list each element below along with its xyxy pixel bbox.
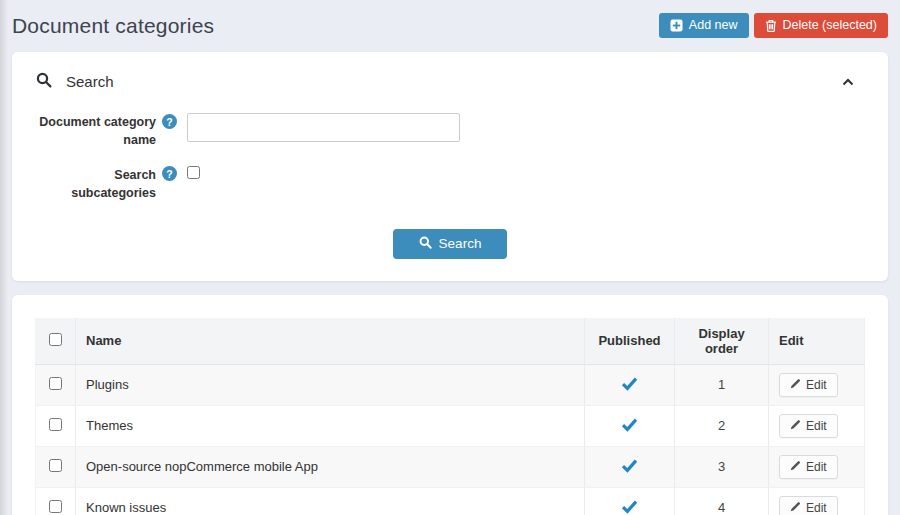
row-published-cell xyxy=(585,446,675,487)
add-new-button[interactable]: Add new xyxy=(659,13,749,38)
pencil-icon xyxy=(790,378,801,392)
row-published-cell xyxy=(585,487,675,515)
published-check-icon xyxy=(621,376,638,394)
delete-selected-label: Delete (selected) xyxy=(783,19,878,32)
search-icon xyxy=(36,72,52,92)
row-select-cell xyxy=(36,487,76,515)
row-edit-cell: Edit xyxy=(769,487,865,515)
edit-button-label: Edit xyxy=(806,378,827,392)
add-new-label: Add new xyxy=(689,19,738,32)
table-row: Open-source nopCommerce mobile App 3 Edi… xyxy=(36,446,865,487)
table-row: Themes 2 Edit xyxy=(36,405,865,446)
row-display-order-cell: 1 xyxy=(675,364,769,405)
column-header-display-order: Display order xyxy=(675,318,769,365)
category-name: Plugins xyxy=(86,377,129,392)
document-categories-table: Name Published Display order Edit Plugin… xyxy=(35,318,865,515)
table-body: Plugins 1 Edit Themes 2 xyxy=(36,364,865,515)
search-subcategories-label: Search subcategories xyxy=(36,165,156,202)
edit-button-label: Edit xyxy=(806,460,827,474)
row-select-cell xyxy=(36,364,76,405)
category-name: Themes xyxy=(86,418,133,433)
collapse-panel-button[interactable] xyxy=(832,70,864,93)
edit-button[interactable]: Edit xyxy=(779,496,838,515)
search-button-label: Search xyxy=(439,236,482,251)
document-category-name-input[interactable] xyxy=(187,113,460,142)
row-edit-cell: Edit xyxy=(769,405,865,446)
published-check-icon xyxy=(621,499,638,515)
column-header-published: Published xyxy=(585,318,675,365)
category-name: Known issues xyxy=(86,500,166,515)
table-header-row: Name Published Display order Edit xyxy=(36,318,865,365)
row-display-order-cell: 3 xyxy=(675,446,769,487)
search-button[interactable]: Search xyxy=(393,229,508,259)
published-check-icon xyxy=(621,417,638,435)
row-edit-cell: Edit xyxy=(769,364,865,405)
pencil-icon xyxy=(790,501,801,515)
document-category-name-label: Document category name xyxy=(36,113,156,149)
edit-button-label: Edit xyxy=(806,501,827,515)
column-header-edit: Edit xyxy=(769,318,865,365)
edit-button[interactable]: Edit xyxy=(779,455,838,479)
delete-selected-button[interactable]: Delete (selected) xyxy=(754,13,889,38)
help-icon[interactable]: ? xyxy=(162,166,177,181)
table-row: Known issues 4 Edit xyxy=(36,487,865,515)
row-checkbox[interactable] xyxy=(49,418,62,431)
category-name: Open-source nopCommerce mobile App xyxy=(86,459,318,474)
header-buttons: Add new Delete (selected) xyxy=(659,13,888,38)
search-subcategories-row: Search subcategories ? xyxy=(36,165,864,202)
row-checkbox[interactable] xyxy=(49,500,62,513)
row-name-cell: Open-source nopCommerce mobile App xyxy=(76,446,585,487)
pencil-icon xyxy=(790,460,801,474)
column-header-name: Name xyxy=(76,318,585,365)
edit-button-label: Edit xyxy=(806,419,827,433)
select-all-cell xyxy=(36,318,76,365)
trash-icon xyxy=(765,19,777,32)
page-title: Document categories xyxy=(12,14,214,38)
search-icon xyxy=(419,236,432,252)
search-subcategories-checkbox[interactable] xyxy=(187,166,200,179)
row-edit-cell: Edit xyxy=(769,446,865,487)
select-all-checkbox[interactable] xyxy=(49,333,62,346)
search-panel: Search Document category name ? Search s… xyxy=(12,52,888,281)
row-checkbox[interactable] xyxy=(49,377,62,390)
row-display-order-cell: 2 xyxy=(675,405,769,446)
edit-button[interactable]: Edit xyxy=(779,373,838,397)
row-name-cell: Plugins xyxy=(76,364,585,405)
edit-button[interactable]: Edit xyxy=(779,414,838,438)
pencil-icon xyxy=(790,419,801,433)
search-panel-title: Search xyxy=(66,73,114,90)
table-row: Plugins 1 Edit xyxy=(36,364,865,405)
chevron-up-icon xyxy=(842,74,854,89)
row-name-cell: Known issues xyxy=(76,487,585,515)
document-category-name-row: Document category name ? xyxy=(36,113,864,149)
published-check-icon xyxy=(621,458,638,476)
plus-square-icon xyxy=(670,19,683,32)
row-checkbox[interactable] xyxy=(49,459,62,472)
help-icon[interactable]: ? xyxy=(162,114,177,129)
row-published-cell xyxy=(585,405,675,446)
row-select-cell xyxy=(36,446,76,487)
row-display-order-cell: 4 xyxy=(675,487,769,515)
row-published-cell xyxy=(585,364,675,405)
row-select-cell xyxy=(36,405,76,446)
content-header: Document categories Add new Delete (sele… xyxy=(0,0,900,52)
row-name-cell: Themes xyxy=(76,405,585,446)
grid-panel: Name Published Display order Edit Plugin… xyxy=(12,295,888,515)
